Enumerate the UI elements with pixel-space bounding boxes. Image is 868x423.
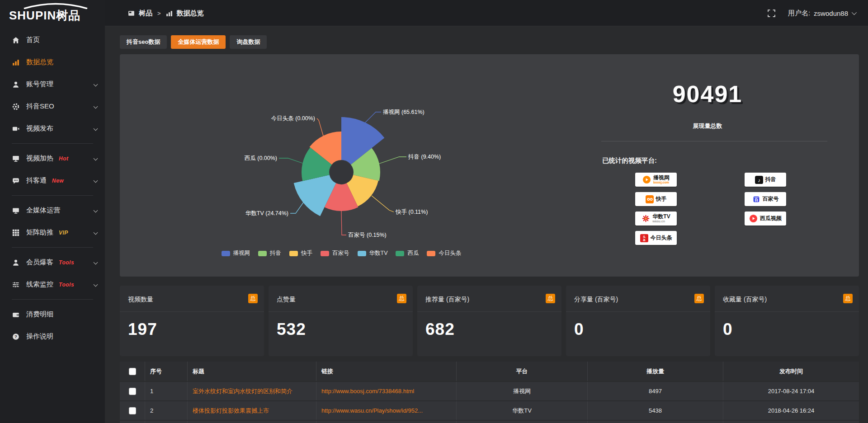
sidebar-item-账号管理[interactable]: 账号管理 (0, 73, 105, 95)
legend-item-今日头条[interactable]: 今日头条 (427, 249, 461, 257)
legend-item-西瓜[interactable]: 西瓜 (396, 249, 419, 257)
total-badge[interactable]: 总 (248, 294, 258, 303)
pie-slice-华数TV[interactable] (294, 175, 336, 216)
sidebar-divider (12, 143, 93, 144)
sidebar-item-数据总览[interactable]: 数据总览 (0, 51, 105, 73)
legend-item-百家号[interactable]: 百家号 (321, 249, 349, 257)
heat-icon (12, 155, 19, 162)
pie-label-line (290, 202, 303, 213)
platform-name: 华数TVwasu.cn (652, 214, 670, 223)
sidebar-divider (12, 299, 93, 300)
sidebar-item-矩阵助推[interactable]: 矩阵助推VIP (0, 221, 105, 244)
platform-cell: 华数TV (457, 401, 588, 420)
legend-chip (289, 251, 298, 256)
monitor-icon (12, 207, 19, 214)
tab-抖音seo数据[interactable]: 抖音seo数据 (120, 35, 167, 49)
platform-tile-西瓜视频[interactable]: 西瓜视频 (745, 212, 786, 226)
kuaishou-logo-icon (646, 195, 654, 203)
platform-tile-今日头条[interactable]: 头条今日头条 (635, 231, 677, 245)
svg-text:百: 百 (754, 197, 759, 202)
breadcrumb-root[interactable]: 树品 (139, 9, 152, 18)
platform-name: 播视网boosj.com (653, 175, 670, 184)
stat-card-视频数量: 视频数量总197 (120, 286, 264, 356)
table-cell (457, 421, 588, 423)
video-url-link[interactable]: http://www.wasu.cn/Play/show/id/952... (321, 407, 423, 414)
select-all-checkbox[interactable] (129, 368, 136, 375)
table-cell (145, 421, 188, 423)
platform-tile-快手[interactable]: 快手 (635, 192, 677, 206)
platform-tile-百家号[interactable]: 百百家号 (745, 192, 786, 206)
column-header-链接: 链接 (316, 362, 457, 381)
row-checkbox[interactable] (129, 407, 136, 414)
total-badge[interactable]: 总 (694, 294, 704, 303)
main-content: 抖音seo数据全媒体运营数据询盘数据 播视网 (65.61%)抖音 (9.40%… (105, 26, 868, 423)
pie-label-播视网: 播视网 (65.61%) (383, 109, 425, 115)
chart-icon (166, 10, 173, 17)
fullscreen-icon[interactable] (768, 9, 775, 17)
tab-全媒体运营数据[interactable]: 全媒体运营数据 (171, 35, 226, 49)
sidebar-item-全媒体运营[interactable]: 全媒体运营 (0, 199, 105, 221)
sidebar-item-视频发布[interactable]: 视频发布 (0, 118, 105, 140)
platform-cell: 播视网 (457, 382, 588, 400)
summary-divider (601, 141, 827, 141)
sidebar-divider (12, 247, 93, 248)
row-checkbox[interactable] (129, 388, 136, 395)
gear-icon (12, 103, 19, 110)
platform-tile-播视网[interactable]: 播视网boosj.com (635, 173, 677, 187)
legend-label: 西瓜 (407, 249, 419, 257)
sidebar-item-会员爆客[interactable]: 会员爆客Tools (0, 251, 105, 273)
legend-item-抖音[interactable]: 抖音 (258, 249, 281, 257)
stat-card-title: 收藏量 (百家号) (723, 296, 767, 304)
sidebar-item-label: 消费明细 (26, 310, 53, 319)
tab-询盘数据[interactable]: 询盘数据 (230, 35, 267, 49)
legend-item-快手[interactable]: 快手 (289, 249, 312, 257)
total-badge[interactable]: 总 (546, 294, 555, 303)
chevron-down-icon (94, 156, 98, 161)
video-url-link[interactable]: http://www.boosj.com/7338468.html (321, 388, 414, 395)
table-row-partial (120, 421, 859, 423)
table-cell (588, 421, 723, 423)
video-title-link[interactable]: 室外水纹灯和室内水纹灯的区别和简介 (193, 387, 292, 395)
table-cell (120, 421, 145, 423)
column-header-标题: 标题 (188, 362, 316, 381)
video-title-link[interactable]: 楼体投影灯投影效果震撼上市 (193, 407, 269, 415)
legend-label: 播视网 (233, 249, 250, 257)
sidebar-item-label: 视频加热 (26, 154, 53, 163)
legend-item-华数TV[interactable]: 华数TV (358, 249, 388, 257)
table-row: 1室外水纹灯和室内水纹灯的区别和简介http://www.boosj.com/7… (120, 382, 859, 400)
sidebar-item-消费明细[interactable]: 消费明细 (0, 303, 105, 325)
sidebar-item-label: 矩阵助推 (26, 228, 53, 237)
summary-zone: 90491 展现量总数 已统计的视频平台: 播视网boosj.com♪抖音快手百… (601, 54, 827, 277)
sidebar-badge-New: New (52, 178, 64, 184)
row-checkbox-cell (120, 382, 145, 400)
platform-tile-抖音[interactable]: ♪抖音 (745, 173, 786, 187)
total-badge[interactable]: 总 (397, 294, 406, 303)
pie-label-华数TV: 华数TV (24.74%) (245, 210, 288, 216)
platforms-label: 已统计的视频平台: (602, 156, 657, 165)
user-icon (12, 81, 19, 88)
stat-card-分享量 (百家号): 分享量 (百家号)总0 (566, 286, 710, 356)
column-header-序号: 序号 (145, 362, 188, 381)
pie-label-百家号: 百家号 (0.15%) (348, 232, 387, 238)
sidebar-item-首页[interactable]: 首页 (0, 29, 105, 51)
sidebar-item-操作说明[interactable]: ?操作说明 (0, 325, 105, 348)
rose-pie-chart[interactable]: 播视网 (65.61%)抖音 (9.40%)快手 (0.11%)百家号 (0.1… (120, 54, 563, 267)
person-icon (12, 259, 19, 266)
user-menu[interactable]: 用户名: zswodun88 (788, 9, 855, 18)
total-badge[interactable]: 总 (843, 294, 853, 303)
sidebar-item-抖音SEO[interactable]: 抖音SEO (0, 95, 105, 118)
stat-card-点赞量: 点赞量总532 (269, 286, 413, 356)
logo-en: SHUPIN (9, 9, 56, 22)
sidebar-item-线索监控[interactable]: 线索监控Tools (0, 273, 105, 296)
legend-item-播视网[interactable]: 播视网 (222, 249, 250, 257)
sidebar-item-label: 抖音SEO (26, 102, 54, 111)
sliders-icon (12, 281, 19, 288)
breadcrumb-current[interactable]: 数据总览 (177, 9, 204, 18)
sidebar-item-视频加热[interactable]: 视频加热Hot (0, 147, 105, 169)
username-label: 用户名: (788, 9, 810, 18)
platform-tile-华数TV[interactable]: 华数TVwasu.cn (635, 212, 677, 226)
sidebar-item-抖客通[interactable]: 抖客通New (0, 169, 105, 192)
app-logo[interactable]: SHUPIN树品 (9, 2, 99, 25)
pie-label-line (372, 196, 394, 212)
card-divider (269, 311, 413, 312)
